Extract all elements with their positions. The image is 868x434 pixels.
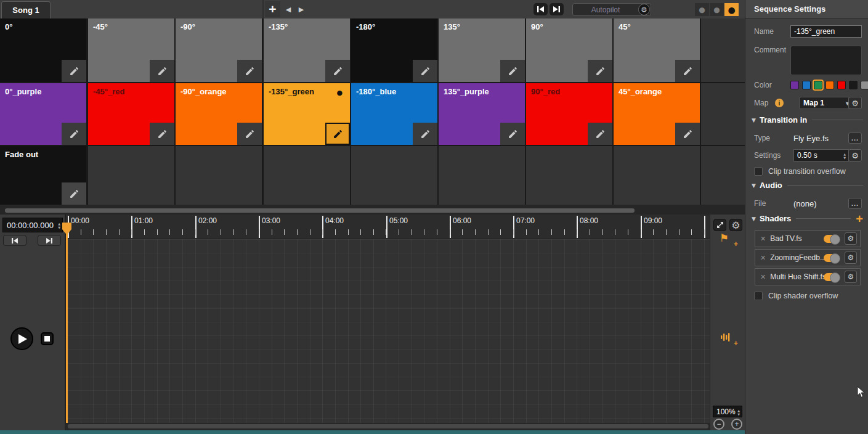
timeline-ruler[interactable]: 00:00 01:00 02:00 03:00 04:00 05:00 06:0… <box>65 215 710 239</box>
skip-to-end-button[interactable] <box>550 3 564 15</box>
map-select[interactable]: Map 1 ▾ <box>799 97 853 109</box>
transition-duration-input[interactable]: 0.50 s ▲ ▼ <box>793 149 849 162</box>
clip-cell[interactable]: -45°_red <box>88 83 174 145</box>
timeline-settings-button[interactable]: ⚙ <box>729 219 742 231</box>
edit-pencil-button[interactable] <box>62 182 86 205</box>
clip-cell[interactable]: 0°_purple <box>0 83 86 145</box>
add-sequence-button[interactable]: + <box>265 1 280 17</box>
edit-pencil-button[interactable] <box>62 60 86 82</box>
shader-settings-button[interactable]: ⚙ <box>845 252 857 264</box>
sequence-column-header[interactable]: -90° <box>176 18 262 82</box>
edit-pencil-button[interactable] <box>588 60 612 82</box>
output-view-button-1[interactable]: ● <box>695 3 709 16</box>
collapse-caret-icon[interactable]: ▼ <box>752 117 756 123</box>
color-swatch-green-selected[interactable] <box>814 81 822 89</box>
add-marker-button[interactable]: ⚑+ <box>720 232 737 247</box>
sequence-column-header[interactable]: -135° <box>264 18 350 82</box>
collapse-caret-icon[interactable]: ▼ <box>752 182 756 189</box>
clip-cell[interactable]: 90°_red <box>526 83 612 145</box>
edit-pencil-button[interactable] <box>325 123 350 145</box>
type-browse-button[interactable]: ... <box>848 133 862 144</box>
next-sequence-button[interactable]: ▶ <box>296 6 306 14</box>
play-button[interactable] <box>10 327 33 350</box>
stop-button[interactable] <box>41 332 54 345</box>
ruler-tick: 04:00 <box>322 216 323 238</box>
sequence-column-header[interactable]: -45° <box>88 18 174 82</box>
color-swatch-blue[interactable] <box>802 81 811 89</box>
name-field[interactable] <box>790 25 862 38</box>
add-shader-button[interactable]: + <box>856 215 863 223</box>
expand-timeline-button[interactable] <box>713 219 726 231</box>
transition-settings-button[interactable]: ⚙ <box>848 149 862 162</box>
edit-pencil-button[interactable] <box>413 123 437 145</box>
edit-pencil-button[interactable] <box>588 123 612 145</box>
clip-cell[interactable]: 45°_orange <box>614 83 700 145</box>
song-tab[interactable]: Song 1 <box>1 1 51 18</box>
grid-horizontal-scrollbar[interactable] <box>5 208 635 213</box>
comment-label: Comment <box>754 46 786 54</box>
collapse-caret-icon[interactable]: ▼ <box>752 216 756 222</box>
clip-cell[interactable]: -180°_blue <box>351 83 437 145</box>
edit-pencil-button[interactable] <box>150 60 174 82</box>
shader-enable-toggle[interactable] <box>824 235 840 243</box>
autopilot-settings-button[interactable]: ⚙ <box>638 4 650 15</box>
shader-settings-button[interactable]: ⚙ <box>845 232 857 245</box>
timeline-body[interactable] <box>65 239 710 423</box>
spin-down-icon[interactable]: ▼ <box>737 412 740 416</box>
color-swatch-orange[interactable] <box>825 81 834 89</box>
duration-value: 0.50 s <box>797 151 817 160</box>
add-audio-track-button[interactable]: + <box>720 332 737 346</box>
edit-pencil-button[interactable] <box>62 123 86 145</box>
goto-start-button[interactable] <box>3 235 26 246</box>
shader-enable-toggle[interactable] <box>824 273 840 281</box>
comment-field[interactable] <box>790 46 862 75</box>
color-swatch-gray[interactable] <box>861 81 868 89</box>
zoom-spinner[interactable]: ▲ ▼ <box>737 409 740 416</box>
skip-to-start-button[interactable] <box>533 3 548 15</box>
edit-pencil-button[interactable] <box>675 123 700 145</box>
map-settings-button[interactable]: ⚙ <box>848 97 862 109</box>
sequence-column-header[interactable]: 90° <box>526 18 612 82</box>
clip-cell[interactable]: -90°_orange <box>176 83 262 145</box>
time-spinner[interactable]: ▲ ▼ <box>58 222 60 229</box>
edit-pencil-button[interactable] <box>237 123 262 145</box>
zoom-in-button[interactable]: + <box>731 419 742 430</box>
remove-shader-button[interactable]: ✕ <box>760 254 766 262</box>
shader-enable-toggle[interactable] <box>824 254 840 262</box>
sequence-column-header[interactable]: 0° <box>0 18 86 82</box>
color-swatch-purple[interactable] <box>790 81 799 89</box>
sequence-column-header[interactable]: 135° <box>439 18 525 82</box>
remove-shader-button[interactable]: ✕ <box>760 273 766 281</box>
autopilot-select[interactable]: Autopilot ⚙ <box>572 3 651 16</box>
shader-settings-button[interactable]: ⚙ <box>845 271 857 283</box>
clip-cell[interactable]: 135°_purple <box>439 83 525 145</box>
spin-down-icon[interactable]: ▼ <box>843 156 846 160</box>
edit-pencil-button[interactable] <box>500 60 525 82</box>
clip-shader-overflow-checkbox[interactable] <box>754 292 763 300</box>
output-view-button-2[interactable]: ● <box>710 3 724 16</box>
goto-end-button[interactable] <box>38 235 61 246</box>
edit-pencil-button[interactable] <box>500 123 525 145</box>
zoom-out-button[interactable]: − <box>713 419 724 430</box>
sequence-column-header[interactable]: -180° <box>351 18 437 82</box>
time-display[interactable]: 00:00:00.000 ▲ ▼ <box>2 218 63 232</box>
edit-pencil-button[interactable] <box>237 60 262 82</box>
clip-cell-selected[interactable]: -135°_green ● <box>264 83 350 145</box>
edit-pencil-button[interactable] <box>675 60 700 82</box>
prev-sequence-button[interactable]: ◀ <box>283 6 293 14</box>
fade-out-cell[interactable]: Fade out <box>0 146 86 205</box>
clip-transition-overflow-checkbox[interactable] <box>754 167 763 176</box>
color-swatch-black[interactable] <box>849 81 858 89</box>
output-view-button-3-active[interactable]: ● <box>724 3 739 16</box>
edit-pencil-button[interactable] <box>325 60 350 82</box>
file-browse-button[interactable]: ... <box>848 198 862 209</box>
edit-pencil-button[interactable] <box>150 123 174 145</box>
timeline-horizontal-scrollbar[interactable] <box>68 424 708 428</box>
remove-shader-button[interactable]: ✕ <box>760 235 766 243</box>
edit-pencil-button[interactable] <box>413 60 437 82</box>
duration-spinner[interactable]: ▲ ▼ <box>843 152 846 160</box>
color-swatch-red[interactable] <box>837 81 846 89</box>
spin-down-icon[interactable]: ▼ <box>58 226 60 229</box>
zoom-level-input[interactable]: 100% ▲ ▼ <box>713 406 742 417</box>
sequence-column-header[interactable]: 45° <box>614 18 700 82</box>
